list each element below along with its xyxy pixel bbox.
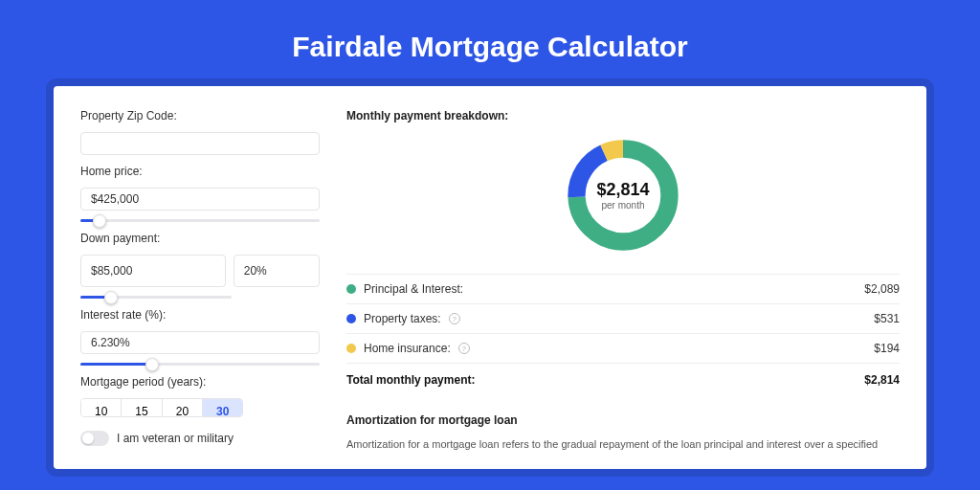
donut-sub: per month <box>601 200 644 211</box>
down-payment-pct-input[interactable] <box>234 255 320 287</box>
home-price-slider[interactable] <box>80 219 320 222</box>
down-payment-input[interactable] <box>80 255 226 287</box>
amortization-section: Amortization for mortgage loan Amortizat… <box>346 413 900 453</box>
legend-label: Property taxes: <box>364 312 441 325</box>
term-10[interactable]: 10 <box>81 399 122 416</box>
legend-dot-icon <box>346 344 356 353</box>
veteran-label: I am veteran or military <box>117 432 234 445</box>
home-price-label: Home price: <box>80 165 320 178</box>
legend-value: $194 <box>874 342 900 355</box>
term-group: 10152030 <box>80 398 243 417</box>
zip-label: Property Zip Code: <box>80 109 320 122</box>
legend-row: Property taxes:?$531 <box>346 304 900 334</box>
down-payment-label: Down payment: <box>80 232 320 245</box>
total-label: Total monthly payment: <box>346 373 475 387</box>
legend-row: Home insurance:?$194 <box>346 334 900 364</box>
calculator-card: Property Zip Code: Home price: Down paym… <box>54 86 926 469</box>
total-value: $2,814 <box>864 373 900 387</box>
down-payment-slider[interactable] <box>80 296 232 299</box>
zip-input[interactable] <box>80 132 320 155</box>
breakdown-donut: $2,814 per month <box>562 134 684 256</box>
rate-slider[interactable] <box>80 363 320 366</box>
legend-dot-icon <box>346 284 356 294</box>
rate-label: Interest rate (%): <box>80 308 320 322</box>
legend-value: $2,089 <box>864 282 900 296</box>
info-icon[interactable]: ? <box>458 343 470 354</box>
legend-dot-icon <box>346 314 356 323</box>
veteran-toggle[interactable] <box>80 431 109 446</box>
breakdown-title: Monthly payment breakdown: <box>346 109 900 122</box>
amort-title: Amortization for mortgage loan <box>346 413 900 427</box>
legend-row: Principal & Interest:$2,089 <box>346 275 900 304</box>
term-20[interactable]: 20 <box>163 399 203 416</box>
input-panel: Property Zip Code: Home price: Down paym… <box>80 109 320 446</box>
page-title: Fairdale Mortgage Calculator <box>0 0 980 86</box>
term-30[interactable]: 30 <box>203 399 242 416</box>
info-icon[interactable]: ? <box>449 313 460 324</box>
legend: Principal & Interest:$2,089Property taxe… <box>346 274 900 364</box>
legend-label: Principal & Interest: <box>364 282 463 296</box>
results-panel: Monthly payment breakdown: $2,814 per mo… <box>346 109 900 446</box>
amort-text: Amortization for a mortgage loan refers … <box>346 436 900 453</box>
period-label: Mortgage period (years): <box>80 375 320 389</box>
legend-value: $531 <box>874 312 900 325</box>
rate-input[interactable] <box>80 331 320 354</box>
home-price-input[interactable] <box>80 188 320 211</box>
legend-label: Home insurance: <box>364 342 451 355</box>
term-15[interactable]: 15 <box>122 399 162 416</box>
donut-amount: $2,814 <box>596 180 649 200</box>
